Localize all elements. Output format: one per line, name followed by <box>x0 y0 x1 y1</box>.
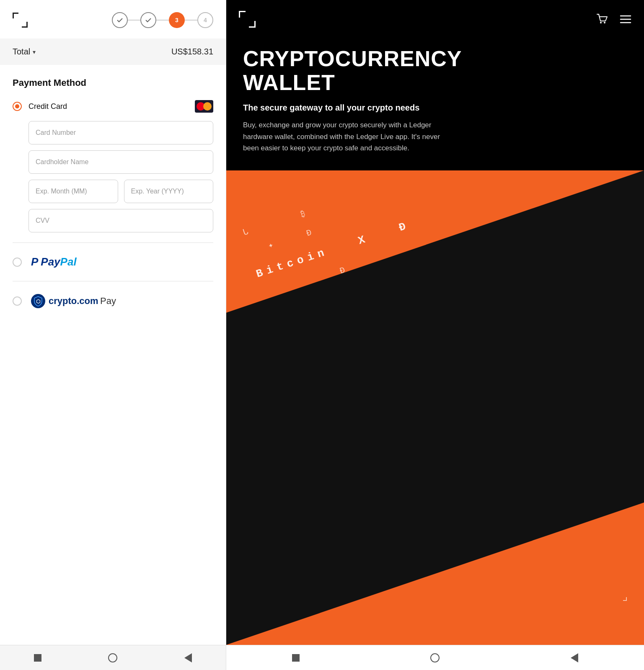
credit-card-option[interactable]: Credit Card <box>13 100 213 113</box>
svg-point-11 <box>604 22 605 23</box>
step-4: 4 <box>197 12 213 28</box>
step-line-2 <box>156 20 169 21</box>
paypal-option[interactable]: P PayPal <box>13 247 213 277</box>
nav-back-button[interactable] <box>182 652 194 664</box>
step-3: 3 <box>169 12 185 28</box>
nav-home-button[interactable] <box>107 652 119 664</box>
svg-rect-7 <box>239 11 240 18</box>
expiry-row <box>28 180 213 203</box>
crypto-com-logo: ⬡ crypto.com Pay <box>31 294 116 308</box>
right-app-logo <box>238 10 256 28</box>
paypal-logo: P PayPal <box>31 255 77 268</box>
hero-corner-bracket <box>617 591 627 603</box>
right-content: CRYPTOCURRENCY WALLET The secure gateway… <box>226 39 644 170</box>
menu-icon[interactable] <box>619 13 632 26</box>
svg-rect-3 <box>26 22 28 28</box>
svg-text:⬡: ⬡ <box>36 299 41 304</box>
crypto-com-option[interactable]: ⬡ crypto.com Pay <box>13 286 213 317</box>
total-amount: US$158.31 <box>171 47 213 57</box>
left-content: Payment Method Credit Card P <box>0 65 226 645</box>
right-nav-icons <box>595 13 632 26</box>
divider-1 <box>13 242 213 243</box>
svg-rect-9 <box>254 21 256 28</box>
paypal-text: PayPal <box>41 255 76 268</box>
stop-icon <box>34 654 41 662</box>
exp-month-input[interactable] <box>28 180 118 203</box>
right-stop-icon <box>292 654 300 662</box>
total-chevron: ▾ <box>33 49 36 55</box>
card-number-input[interactable] <box>28 121 213 144</box>
cardholder-name-input[interactable] <box>28 150 213 174</box>
right-nav-home-button[interactable] <box>429 652 441 664</box>
paypal-radio[interactable] <box>13 258 22 267</box>
svg-point-10 <box>600 22 602 23</box>
crypto-description: Buy, exchange and grow your crypto secur… <box>243 119 444 154</box>
step-1 <box>112 12 128 28</box>
credit-card-label: Credit Card <box>28 102 195 111</box>
left-header: 3 4 <box>0 0 226 39</box>
credit-card-radio[interactable] <box>13 102 22 111</box>
divider-2 <box>13 281 213 281</box>
crypto-com-text: crypto.com Pay <box>49 296 116 307</box>
nav-stop-button[interactable] <box>32 652 44 664</box>
crypto-wallet-title: CRYPTOCURRENCY WALLET <box>243 47 627 95</box>
mc-circle-right <box>203 102 212 111</box>
crypto-com-radio[interactable] <box>13 296 22 306</box>
cart-icon[interactable] <box>595 13 609 26</box>
left-panel: 3 4 Total ▾ US$158.31 Payment Method Cre… <box>0 0 226 670</box>
left-bottom-nav <box>0 645 226 670</box>
right-nav-back-button[interactable] <box>569 652 580 664</box>
svg-rect-1 <box>13 13 14 18</box>
step-line-1 <box>128 20 140 21</box>
exp-year-input[interactable] <box>124 180 214 203</box>
home-icon <box>108 653 117 662</box>
right-nav-stop-button[interactable] <box>290 652 302 664</box>
payment-method-title: Payment Method <box>13 77 213 88</box>
total-bar: Total ▾ US$158.31 <box>0 39 226 65</box>
right-header <box>226 0 644 39</box>
back-icon <box>184 653 192 662</box>
cvv-input[interactable] <box>28 209 213 232</box>
app-logo <box>10 10 30 30</box>
steps-indicator: 3 4 <box>112 12 213 28</box>
right-panel: CRYPTOCURRENCY WALLET The secure gateway… <box>226 0 644 670</box>
hero-image: ᒐ ₿ ✦ Ð Bitcoin X Ð Ð <box>226 170 644 645</box>
right-back-icon <box>571 653 578 662</box>
total-label[interactable]: Total ▾ <box>13 47 36 57</box>
step-2 <box>140 12 156 28</box>
card-form <box>13 121 213 232</box>
mastercard-icon <box>195 100 213 113</box>
step-line-3 <box>185 20 197 21</box>
crypto-com-icon: ⬡ <box>31 294 45 308</box>
right-bottom-nav <box>226 645 644 670</box>
crypto-subtitle: The secure gateway to all your crypto ne… <box>243 103 627 113</box>
right-home-icon <box>430 653 440 662</box>
paypal-p-icon: P <box>31 255 38 268</box>
